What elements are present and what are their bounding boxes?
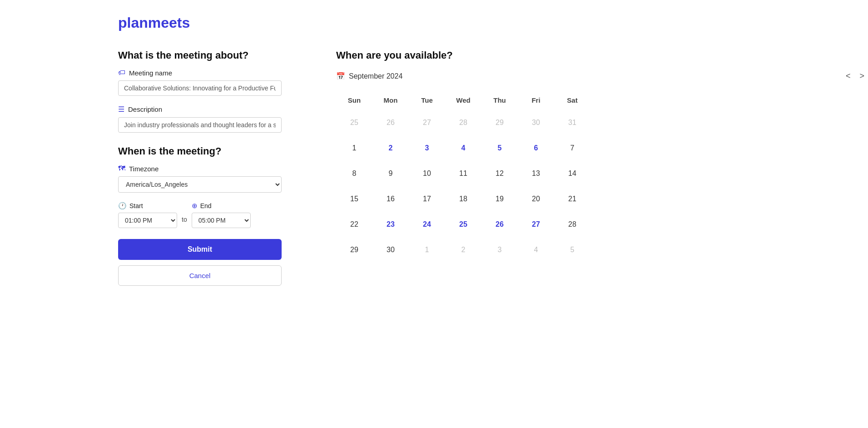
globe-icon: 🗺: [118, 164, 125, 173]
cal-day[interactable]: 21: [554, 187, 590, 211]
cal-day: 30: [518, 111, 554, 134]
cal-day[interactable]: 11: [445, 162, 481, 185]
end-label: End: [200, 202, 212, 209]
day-header-mon: Mon: [372, 91, 409, 109]
month-label: September 2024: [349, 72, 402, 80]
cancel-button[interactable]: Cancel: [118, 265, 282, 286]
lines-icon: ☰: [118, 105, 124, 114]
cal-day[interactable]: 24: [409, 213, 445, 236]
meeting-name-label-row: 🏷 Meeting name: [118, 69, 282, 77]
cal-day[interactable]: 15: [336, 187, 372, 211]
cal-day: 31: [554, 111, 590, 134]
cal-day[interactable]: 16: [372, 187, 409, 211]
cal-day[interactable]: 10: [409, 162, 445, 185]
timezone-select[interactable]: America/Los_Angeles America/New_York Ame…: [118, 176, 282, 193]
description-label: Description: [128, 105, 162, 113]
cal-day[interactable]: 17: [409, 187, 445, 211]
cal-day: 26: [372, 111, 409, 134]
cal-day[interactable]: 3: [409, 136, 445, 160]
timezone-label: Timezone: [129, 165, 159, 173]
calendar-month: 📅 September 2024: [336, 72, 402, 80]
cal-day: 27: [409, 111, 445, 134]
next-month-button[interactable]: >: [856, 70, 868, 82]
cal-day: 3: [481, 238, 518, 262]
calendar-grid: Sun Mon Tue Wed Thu Fri Sat 25 26 27 28 …: [336, 91, 868, 262]
time-row: 🕐 Start 12:00 AM01:00 AM02:00 AM 03:00 A…: [118, 202, 282, 228]
calendar-section-title: When are you available?: [336, 50, 868, 61]
start-clock-icon: 🕐: [118, 202, 127, 210]
main-content: What is the meeting about? 🏷 Meeting nam…: [118, 50, 868, 286]
cal-day[interactable]: 25: [445, 213, 481, 236]
cal-day[interactable]: 9: [372, 162, 409, 185]
cal-day[interactable]: 20: [518, 187, 554, 211]
meeting-name-label: Meeting name: [129, 69, 172, 77]
end-time-select[interactable]: 12:00 AM01:00 AM02:00 AM 03:00 AM04:00 A…: [192, 213, 251, 228]
cal-day[interactable]: 2: [372, 136, 409, 160]
cal-day[interactable]: 18: [445, 187, 481, 211]
cal-day[interactable]: 23: [372, 213, 409, 236]
description-label-row: ☰ Description: [118, 105, 282, 114]
cal-day[interactable]: 5: [481, 136, 518, 160]
cal-day: 4: [518, 238, 554, 262]
form-section: What is the meeting about? 🏷 Meeting nam…: [118, 50, 282, 286]
cal-day: 2: [445, 238, 481, 262]
cal-day[interactable]: 13: [518, 162, 554, 185]
cal-day: 5: [554, 238, 590, 262]
day-header-tue: Tue: [409, 91, 445, 109]
end-clock-icon: ⊕: [192, 202, 198, 210]
prev-month-button[interactable]: <: [842, 70, 854, 82]
cal-day[interactable]: 27: [518, 213, 554, 236]
page-container: planmeets What is the meeting about? 🏷 M…: [0, 0, 868, 286]
start-label: Start: [129, 202, 143, 209]
cal-day[interactable]: 4: [445, 136, 481, 160]
timezone-label-row: 🗺 Timezone: [118, 164, 282, 173]
cal-day[interactable]: 12: [481, 162, 518, 185]
cal-day: 28: [445, 111, 481, 134]
app-logo: planmeets: [118, 15, 868, 31]
calendar-header: 📅 September 2024 < >: [336, 70, 868, 82]
calendar-icon: 📅: [336, 72, 345, 80]
meeting-name-input[interactable]: [118, 80, 282, 96]
day-header-fri: Fri: [518, 91, 554, 109]
day-header-thu: Thu: [481, 91, 518, 109]
cal-day[interactable]: 14: [554, 162, 590, 185]
cal-day[interactable]: 22: [336, 213, 372, 236]
cal-day[interactable]: 8: [336, 162, 372, 185]
cal-day[interactable]: 28: [554, 213, 590, 236]
cal-day[interactable]: 6: [518, 136, 554, 160]
start-group: 🕐 Start 12:00 AM01:00 AM02:00 AM 03:00 A…: [118, 202, 177, 228]
cal-day[interactable]: 19: [481, 187, 518, 211]
description-input[interactable]: [118, 117, 282, 133]
day-header-sat: Sat: [554, 91, 590, 109]
submit-button[interactable]: Submit: [118, 239, 282, 260]
calendar-section: When are you available? 📅 September 2024…: [336, 50, 868, 262]
end-group: ⊕ End 12:00 AM01:00 AM02:00 AM 03:00 AM0…: [192, 202, 251, 228]
day-header-sun: Sun: [336, 91, 372, 109]
day-header-wed: Wed: [445, 91, 481, 109]
cal-day[interactable]: 7: [554, 136, 590, 160]
end-label-row: ⊕ End: [192, 202, 251, 210]
tag-icon: 🏷: [118, 69, 125, 77]
cal-day[interactable]: 1: [336, 136, 372, 160]
start-label-row: 🕐 Start: [118, 202, 177, 210]
cal-day: 25: [336, 111, 372, 134]
cal-day[interactable]: 26: [481, 213, 518, 236]
nav-buttons: < >: [842, 70, 868, 82]
cal-day: 1: [409, 238, 445, 262]
to-text: to: [182, 216, 187, 223]
start-time-select[interactable]: 12:00 AM01:00 AM02:00 AM 03:00 AM04:00 A…: [118, 213, 177, 228]
meeting-section-title: What is the meeting about?: [118, 50, 282, 61]
when-section: When is the meeting? 🗺 Timezone America/…: [118, 145, 282, 228]
cal-day[interactable]: 30: [372, 238, 409, 262]
cal-day[interactable]: 29: [336, 238, 372, 262]
cal-day: 29: [481, 111, 518, 134]
when-section-title: When is the meeting?: [118, 145, 282, 157]
